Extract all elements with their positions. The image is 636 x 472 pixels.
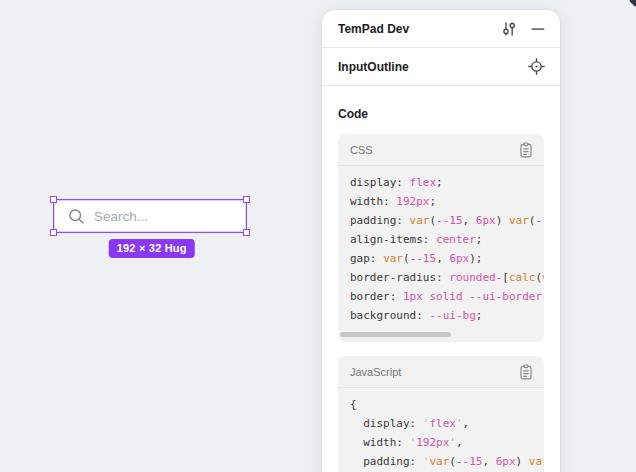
code-lines: display: flex;width: 192px;padding: var(… <box>338 166 544 325</box>
code-block-card: CSS display: flex;width: 192px;padding: … <box>338 134 544 342</box>
code-block-header: CSS <box>338 134 544 166</box>
copy-icon[interactable] <box>519 364 533 380</box>
search-icon <box>68 208 85 225</box>
code-blocks: CSS display: flex;width: 192px;padding: … <box>322 134 560 472</box>
selection-handle[interactable] <box>243 196 250 203</box>
search-input-component[interactable]: Search... <box>54 200 246 232</box>
dimensions-badge: 192 × 32 Hug <box>109 239 195 258</box>
cursor-artifact <box>629 0 636 7</box>
selection-handle[interactable] <box>50 196 57 203</box>
code-block-card: JavaScript { display: 'flex', width: '19… <box>338 356 544 472</box>
locate-target-icon[interactable] <box>528 58 545 75</box>
selection-handle[interactable] <box>50 229 57 236</box>
search-placeholder-text: Search... <box>94 209 148 224</box>
code-block-header: JavaScript <box>338 356 544 388</box>
selected-node-row: InputOutline <box>322 48 560 86</box>
code-block-language: JavaScript <box>350 366 401 378</box>
selection-handle[interactable] <box>243 229 250 236</box>
settings-sliders-icon[interactable] <box>500 20 518 38</box>
plugin-header: TemPad Dev <box>322 10 560 48</box>
copy-icon[interactable] <box>519 142 533 158</box>
horizontal-scrollbar <box>340 332 532 337</box>
plugin-title: TemPad Dev <box>338 22 409 36</box>
code-section: Code <box>322 86 560 121</box>
scrollbar-thumb[interactable] <box>340 332 451 337</box>
tempad-dev-plugin-panel: TemPad Dev InputOutline <box>322 10 560 472</box>
minimize-icon[interactable] <box>531 22 545 36</box>
selected-component[interactable]: Search... 192 × 32 Hug <box>54 200 246 232</box>
code-block-language: CSS <box>350 144 373 156</box>
code-section-title: Code <box>338 107 544 121</box>
selected-node-name: InputOutline <box>338 60 409 74</box>
code-lines: { display: 'flex', width: '192px', paddi… <box>338 388 544 472</box>
